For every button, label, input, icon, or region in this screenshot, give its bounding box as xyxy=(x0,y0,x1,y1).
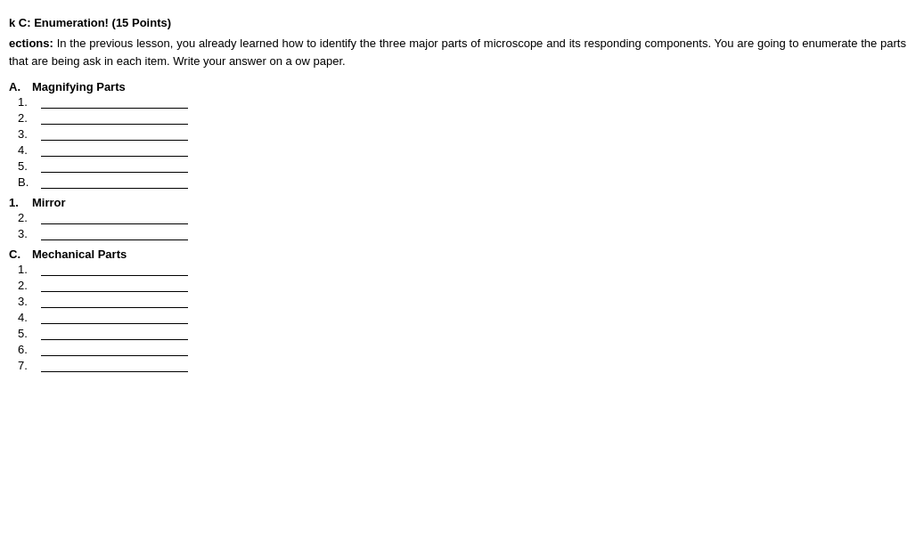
item-b2-num: 2. xyxy=(18,211,37,224)
section-c-header: C. Mechanical Parts xyxy=(9,248,906,261)
item-c2-blank[interactable] xyxy=(41,280,188,292)
section-c-letter: C. xyxy=(9,248,27,261)
item-b2-blank[interactable] xyxy=(41,212,188,224)
item-c2: 2. xyxy=(18,279,906,292)
item-a1-blank[interactable] xyxy=(41,96,188,109)
item-a2-num: 2. xyxy=(18,111,37,125)
item-c7-blank[interactable] xyxy=(41,360,188,372)
section-a-name: Magnifying Parts xyxy=(32,80,126,93)
item-c6-blank[interactable] xyxy=(41,344,188,356)
task-title: k C: Enumeration! (15 Points) xyxy=(9,16,906,29)
item-c1-blank[interactable] xyxy=(41,264,188,276)
item-b2: 2. xyxy=(18,211,906,224)
item-c4: 4. xyxy=(18,311,906,324)
section-b-header: 1. Mirror xyxy=(9,196,906,209)
item-a5-num: 5. xyxy=(18,159,37,173)
item-c7-num: 7. xyxy=(18,359,37,372)
section-c: C. Mechanical Parts 1. 2. 3. 4. 5. 6. 7. xyxy=(9,248,906,372)
item-c5-num: 5. xyxy=(18,327,37,340)
item-c1: 1. xyxy=(18,263,906,276)
item-c3: 3. xyxy=(18,295,906,308)
item-a4: 4. xyxy=(18,143,906,157)
item-a3-num: 3. xyxy=(18,127,37,141)
item-a4-blank[interactable] xyxy=(41,144,188,157)
item-a4-num: 4. xyxy=(18,143,37,157)
item-c2-num: 2. xyxy=(18,279,37,292)
item-b3: 3. xyxy=(18,227,906,240)
item-a3-blank[interactable] xyxy=(41,128,188,141)
item-b-blank[interactable] xyxy=(41,176,188,189)
item-a5: 5. xyxy=(18,159,906,173)
item-c4-blank[interactable] xyxy=(41,312,188,324)
item-a2-blank[interactable] xyxy=(41,112,188,125)
section-b-name: Mirror xyxy=(32,196,66,209)
item-c1-num: 1. xyxy=(18,263,37,276)
item-c6: 6. xyxy=(18,343,906,356)
item-a3: 3. xyxy=(18,127,906,141)
item-c5-blank[interactable] xyxy=(41,328,188,340)
item-b3-num: 3. xyxy=(18,227,37,240)
section-c-name: Mechanical Parts xyxy=(32,248,127,261)
section-a-letter: A. xyxy=(9,80,27,93)
task-container: k C: Enumeration! (15 Points) ections: I… xyxy=(9,16,906,372)
item-b3-blank[interactable] xyxy=(41,228,188,240)
section-b: 1. Mirror 2. 3. xyxy=(9,196,906,240)
item-b-label-num: B. xyxy=(18,175,37,189)
item-c7: 7. xyxy=(18,359,906,372)
item-c3-num: 3. xyxy=(18,295,37,308)
instructions: ections: In the previous lesson, you alr… xyxy=(9,35,906,69)
item-a1-num: 1. xyxy=(18,95,37,109)
item-a2: 2. xyxy=(18,111,906,125)
item-c5: 5. xyxy=(18,327,906,340)
section-a-header: A. Magnifying Parts xyxy=(9,80,906,93)
item-a5-blank[interactable] xyxy=(41,160,188,173)
instructions-label: ections: xyxy=(9,37,53,50)
item-c4-num: 4. xyxy=(18,311,37,324)
section-b-letter: 1. xyxy=(9,196,27,209)
instructions-text: In the previous lesson, you already lear… xyxy=(9,37,906,68)
item-c6-num: 6. xyxy=(18,343,37,356)
section-a: A. Magnifying Parts 1. 2. 3. 4. 5. B. xyxy=(9,80,906,189)
item-b-label: B. xyxy=(18,175,906,189)
item-c3-blank[interactable] xyxy=(41,296,188,308)
item-a1: 1. xyxy=(18,95,906,109)
